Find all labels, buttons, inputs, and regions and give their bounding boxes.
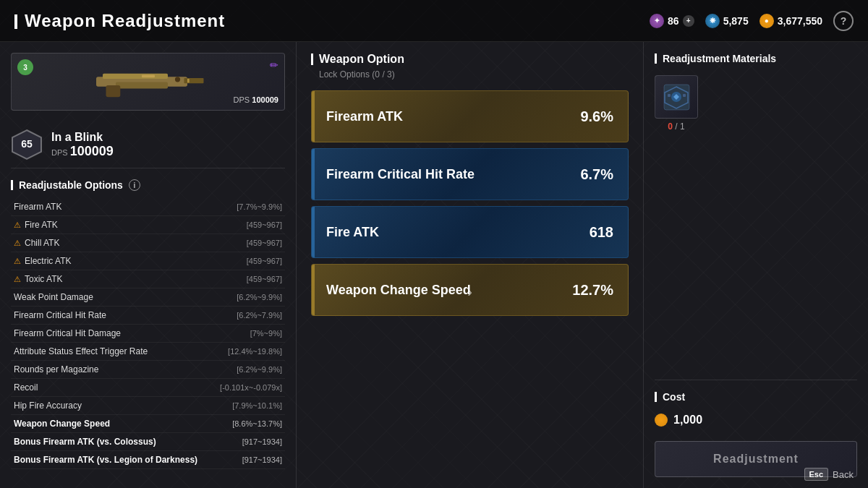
option-row[interactable]: Hip Fire Accuracy [7.9%~10.1%] (11, 397, 285, 415)
cost-row: 1,000 (655, 414, 857, 427)
option-name: Weak Point Damage (14, 292, 93, 302)
blue-currency-icon: ❋ (705, 14, 720, 28)
weapon-info: 65 In a Blink DPS 100009 (11, 121, 285, 168)
option-name: Firearm Critical Hit Rate (14, 310, 106, 320)
option-name: ⚠ Chill ATK (14, 238, 59, 248)
cost-section: Cost 1,000 (655, 380, 857, 427)
option-row[interactable]: ⚠ Toxic ATK [459~967] (11, 270, 285, 288)
weapon-option-card[interactable]: Fire ATK 618 (311, 206, 629, 258)
info-icon[interactable]: i (129, 179, 140, 191)
svg-rect-2 (116, 82, 168, 88)
option-name: Bonus Firearm ATK (vs. Legion of Darknes… (14, 455, 197, 465)
option-range: [459~967] (247, 257, 282, 265)
weapon-dps-preview: DPS 100009 (234, 95, 278, 104)
weapon-svg (83, 64, 213, 100)
option-range: [7.9%~10.1%] (232, 401, 282, 410)
readjustable-options-title: Readjustable Options i (11, 179, 285, 191)
weapon-option-title: Weapon Option (311, 53, 629, 66)
option-row[interactable]: Rounds per Magazine [6.2%~9.9%] (11, 361, 285, 379)
readjustment-materials-title: Readjustment Materials (655, 53, 857, 64)
plus-icon[interactable]: + (683, 15, 694, 27)
middle-panel: Weapon Option Lock Options (0 / 3) Firea… (297, 42, 644, 488)
esc-key[interactable]: Esc (804, 468, 829, 481)
option-row[interactable]: ⚠ Chill ATK [459~967] (11, 234, 285, 252)
material-wrapper: 0 / 1 (655, 75, 698, 132)
option-row[interactable]: Firearm Critical Hit Rate [6.2%~7.9%] (11, 307, 285, 325)
option-name: Weapon Change Speed (14, 419, 110, 429)
header-right: ✦ 86 + ❋ 5,875 ● 3,677,550 ? (650, 11, 854, 31)
weapon-preview: 3 ✏ DPS 100009 (11, 53, 285, 111)
weapon-option-card[interactable]: Firearm ATK 9.6% (311, 90, 629, 142)
cursor: › (467, 283, 472, 300)
option-name: Recoil (14, 382, 38, 393)
option-name: ⚠ Electric ATK (14, 256, 71, 266)
option-range: [6.2%~9.9%] (237, 365, 282, 374)
card-value: 618 (590, 224, 613, 241)
weapon-details: In a Blink DPS 100009 (51, 131, 114, 159)
svg-rect-14 (683, 94, 686, 97)
svg-text:65: 65 (21, 138, 33, 150)
currency-blue: ❋ 5,875 (705, 14, 749, 28)
main-layout: 3 ✏ DPS 100009 (0, 42, 868, 488)
option-row[interactable]: Bonus Firearm ATK (vs. Colossus) [917~19… (11, 433, 285, 451)
svg-rect-13 (668, 94, 671, 97)
gold-coin-icon (655, 414, 668, 427)
svg-rect-4 (106, 85, 120, 97)
option-name: Hip Fire Accuracy (14, 401, 82, 411)
currency-purple: ✦ 86 + (650, 14, 694, 28)
option-range: [459~967] (247, 239, 282, 247)
card-label: Fire ATK (326, 225, 379, 240)
svg-rect-3 (184, 78, 203, 83)
level-hex-icon: 65 (11, 129, 43, 160)
option-name: Firearm ATK (14, 202, 61, 212)
option-range: [12.4%~19.8%] (228, 347, 282, 356)
help-button[interactable]: ? (833, 11, 854, 31)
card-border (312, 207, 315, 257)
option-name: Attribute Status Effect Trigger Rate (14, 346, 148, 356)
option-row[interactable]: Recoil [-0.101x~-0.079x] (11, 379, 285, 397)
options-list: Firearm ATK [7.7%~9.9%] ⚠ Fire ATK [459~… (11, 198, 285, 469)
option-row[interactable]: Firearm Critical Hit Damage [7%~9%] (11, 325, 285, 343)
currency-gold: ● 3,677,550 (760, 14, 822, 28)
option-range: [8.6%~13.7%] (232, 419, 282, 428)
weapon-level-badge: 3 (17, 59, 33, 75)
option-range: [7%~9%] (250, 329, 282, 338)
option-row[interactable]: Weak Point Damage [6.2%~9.9%] (11, 288, 285, 307)
material-image (655, 75, 698, 119)
warning-icon: ⚠ (14, 239, 21, 248)
card-label: Weapon Change Speed (326, 283, 471, 298)
warning-icon: ⚠ (14, 221, 21, 230)
card-border (312, 91, 315, 142)
cost-title: Cost (655, 391, 857, 403)
option-row[interactable]: ⚠ Fire ATK [459~967] (11, 216, 285, 234)
option-range: [459~967] (247, 275, 282, 283)
footer: Esc Back (804, 468, 854, 481)
option-range: [6.2%~9.9%] (237, 293, 282, 301)
svg-point-6 (174, 77, 179, 82)
card-value: 6.7% (580, 166, 613, 183)
option-name: Rounds per Magazine (14, 364, 98, 374)
option-cards: Firearm ATK 9.6% Firearm Critical Hit Ra… (311, 90, 629, 316)
option-range: [459~967] (247, 221, 282, 229)
weapon-option-card[interactable]: Firearm Critical Hit Rate 6.7% (311, 148, 629, 200)
material-item: 0 / 1 (655, 75, 857, 132)
warning-icon: ⚠ (14, 257, 21, 266)
card-border (312, 149, 315, 200)
option-row[interactable]: Bonus Firearm ATK (vs. Legion of Darknes… (11, 451, 285, 469)
option-row[interactable]: Weapon Change Speed [8.6%~13.7%] (11, 415, 285, 433)
card-label: Firearm Critical Hit Rate (326, 167, 475, 182)
edit-icon: ✏ (270, 59, 278, 71)
svg-rect-5 (142, 75, 155, 78)
left-panel: 3 ✏ DPS 100009 (0, 42, 297, 488)
option-row[interactable]: Firearm ATK [7.7%~9.9%] (11, 198, 285, 216)
svg-rect-1 (103, 74, 168, 79)
header: Weapon Readjustment ✦ 86 + ❋ 5,875 ● 3,6… (0, 0, 868, 42)
warning-icon: ⚠ (14, 275, 21, 284)
option-name: ⚠ Toxic ATK (14, 274, 62, 284)
card-label: Firearm ATK (326, 109, 403, 124)
cost-value: 1,000 (673, 414, 702, 427)
option-row[interactable]: Attribute Status Effect Trigger Rate [12… (11, 343, 285, 361)
option-name: Bonus Firearm ATK (vs. Colossus) (14, 437, 156, 447)
option-name: ⚠ Fire ATK (14, 220, 58, 230)
option-row[interactable]: ⚠ Electric ATK [459~967] (11, 252, 285, 270)
